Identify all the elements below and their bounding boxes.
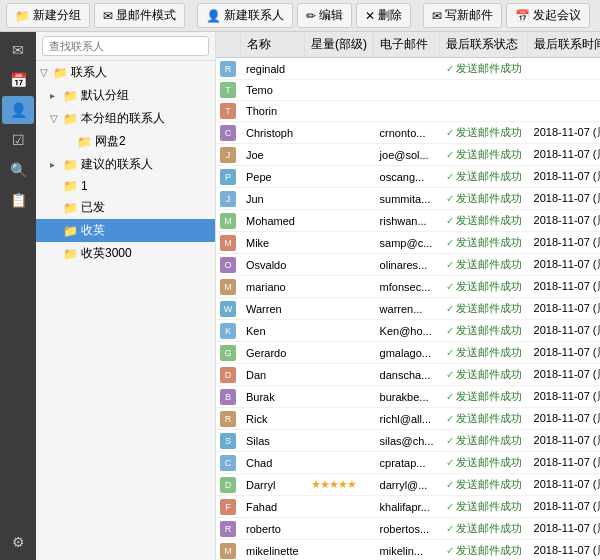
col-email-header[interactable]: 电子邮件	[374, 32, 440, 58]
table-row[interactable]: B Burak burakbe... ✓发送邮件成功 2018-11-07 (周…	[216, 386, 600, 408]
table-row[interactable]: M mariano mfonsec... ✓发送邮件成功 2018-11-07 …	[216, 276, 600, 298]
sidebar-item-selected[interactable]: 📁 收英	[36, 219, 215, 242]
contact-avatar: M	[220, 279, 236, 295]
contact-status: ✓发送邮件成功	[440, 518, 528, 540]
status-badge: ✓发送邮件成功	[446, 411, 522, 426]
table-row[interactable]: M mikelinette mikelin... ✓发送邮件成功 2018-11…	[216, 540, 600, 561]
sidebar-mail-icon[interactable]: ✉	[2, 36, 34, 64]
table-row[interactable]: C Chad cpratap... ✓发送邮件成功 2018-11-07 (周三…	[216, 452, 600, 474]
new-group-button[interactable]: 📁 新建分组	[6, 3, 90, 28]
table-row[interactable]: R Rick richl@all... ✓发送邮件成功 2018-11-07 (…	[216, 408, 600, 430]
status-badge: ✓发送邮件成功	[446, 169, 522, 184]
contact-avatar: D	[220, 367, 236, 383]
table-row[interactable]: M Mohamed rishwan... ✓发送邮件成功 2018-11-07 …	[216, 210, 600, 232]
col-status-header[interactable]: 最后联系状态	[440, 32, 528, 58]
contact-stars	[305, 386, 374, 408]
table-row[interactable]: F Fahad khalifapr... ✓发送邮件成功 2018-11-07 …	[216, 496, 600, 518]
sidebar-settings-icon[interactable]: ⚙	[2, 528, 34, 556]
contact-avatar: O	[220, 257, 236, 273]
table-row[interactable]: M Mike samp@c... ✓发送邮件成功 2018-11-07 (周三)…	[216, 232, 600, 254]
sidebar-item-subgroup[interactable]: ▽ 📁 本分组的联系人	[36, 107, 215, 130]
write-email-button[interactable]: ✉ 写新邮件	[423, 3, 502, 28]
mail-mode-button[interactable]: ✉ 显邮件模式	[94, 3, 185, 28]
contact-stars	[305, 144, 374, 166]
avatar-cell: S	[216, 430, 240, 452]
table-row[interactable]: D Darryl ★★★★★ darryl@... ✓发送邮件成功 2018-1…	[216, 474, 600, 496]
contact-email: danscha...	[374, 364, 440, 386]
contact-table[interactable]: 名称 星量(部级) 电子邮件 最后联系状态 最后联系时间	[216, 32, 600, 560]
table-row[interactable]: G Gerardo gmalago... ✓发送邮件成功 2018-11-07 …	[216, 342, 600, 364]
sidebar: ▽ 📁 联系人 ▸ 📁 默认分组 ▽ 📁 本分组的联系人 📁 网盘2	[36, 32, 216, 560]
contact-time: 2018-11-07 (周三) 22:17	[528, 210, 600, 232]
contact-email: summita...	[374, 188, 440, 210]
delete-icon: ✕	[365, 9, 375, 23]
sidebar-tasks-icon[interactable]: ☑	[2, 126, 34, 154]
table-row[interactable]: J Jun summita... ✓发送邮件成功 2018-11-07 (周三)…	[216, 188, 600, 210]
table-row[interactable]: J Joe joe@sol... ✓发送邮件成功 2018-11-07 (周三)…	[216, 144, 600, 166]
delete-button[interactable]: ✕ 删除	[356, 3, 411, 28]
contact-avatar: M	[220, 543, 236, 559]
contact-status: ✓发送邮件成功	[440, 430, 528, 452]
contact-avatar: J	[220, 191, 236, 207]
sidebar-calendar-icon[interactable]: 📅	[2, 66, 34, 94]
contact-status: ✓发送邮件成功	[440, 298, 528, 320]
status-ok-icon: ✓	[446, 457, 454, 468]
status-badge: ✓发送邮件成功	[446, 521, 522, 536]
sidebar-search-icon[interactable]: 🔍	[2, 156, 34, 184]
contact-stars	[305, 452, 374, 474]
start-meeting-button[interactable]: 📅 发起会议	[506, 3, 590, 28]
table-row[interactable]: K Ken Ken@ho... ✓发送邮件成功 2018-11-07 (周三) …	[216, 320, 600, 342]
table-row[interactable]: O Osvaldo olinares... ✓发送邮件成功 2018-11-07…	[216, 254, 600, 276]
contact-stars	[305, 408, 374, 430]
sidebar-contacts-icon[interactable]: 👤	[2, 96, 34, 124]
table-row[interactable]: R reginald ✓发送邮件成功	[216, 58, 600, 80]
table-row[interactable]: W Warren warren... ✓发送邮件成功 2018-11-07 (周…	[216, 298, 600, 320]
contact-stars	[305, 496, 374, 518]
status-badge: ✓发送邮件成功	[446, 235, 522, 250]
contact-status: ✓发送邮件成功	[440, 386, 528, 408]
new-group-icon: 📁	[15, 9, 30, 23]
contact-time: 2018-11-07 (周三) 22:13	[528, 122, 600, 144]
contact-name: Burak	[240, 386, 305, 408]
status-badge: ✓发送邮件成功	[446, 345, 522, 360]
col-name-header[interactable]: 名称	[240, 32, 305, 58]
status-ok-icon: ✓	[446, 237, 454, 248]
sidebar-notes-icon[interactable]: 📋	[2, 186, 34, 214]
sidebar-item-folder3000[interactable]: 📁 收英3000	[36, 242, 215, 265]
new-contact-icon: 👤	[206, 9, 221, 23]
sidebar-item-folder1[interactable]: 📁 1	[36, 176, 215, 196]
table-row[interactable]: D Dan danscha... ✓发送邮件成功 2018-11-07 (周三)…	[216, 364, 600, 386]
contact-avatar: B	[220, 389, 236, 405]
table-row[interactable]: C Christoph crnonto... ✓发送邮件成功 2018-11-0…	[216, 122, 600, 144]
col-time-header[interactable]: 最后联系时间 △	[528, 32, 600, 58]
contact-email: richl@all...	[374, 408, 440, 430]
contact-name: Silas	[240, 430, 305, 452]
contact-status: ✓发送邮件成功	[440, 122, 528, 144]
contact-avatar: K	[220, 323, 236, 339]
contact-status: ✓发送邮件成功	[440, 188, 528, 210]
new-contact-button[interactable]: 👤 新建联系人	[197, 3, 293, 28]
table-row[interactable]: T Temo	[216, 80, 600, 101]
status-ok-icon: ✓	[446, 193, 454, 204]
status-ok-icon: ✓	[446, 281, 454, 292]
contact-time: 2018-11-07 (周三) 22:28	[528, 364, 600, 386]
status-badge: ✓发送邮件成功	[446, 191, 522, 206]
status-badge: ✓发送邮件成功	[446, 61, 522, 76]
table-row[interactable]: S Silas silas@ch... ✓发送邮件成功 2018-11-07 (…	[216, 430, 600, 452]
sidebar-item-sent[interactable]: 📁 已发	[36, 196, 215, 219]
table-row[interactable]: R roberto robertos... ✓发送邮件成功 2018-11-07…	[216, 518, 600, 540]
status-badge: ✓发送邮件成功	[446, 455, 522, 470]
sidebar-item-default-group[interactable]: ▸ 📁 默认分组	[36, 84, 215, 107]
sidebar-item-cloud2[interactable]: 📁 网盘2	[36, 130, 215, 153]
contact-name: mariano	[240, 276, 305, 298]
col-stars-header[interactable]: 星量(部级)	[305, 32, 374, 58]
table-row[interactable]: T Thorin	[216, 101, 600, 122]
table-row[interactable]: P Pepe oscang... ✓发送邮件成功 2018-11-07 (周三)…	[216, 166, 600, 188]
search-input[interactable]	[42, 36, 209, 56]
sidebar-item-suggested[interactable]: ▸ 📁 建议的联系人	[36, 153, 215, 176]
contact-stars	[305, 320, 374, 342]
edit-button[interactable]: ✏ 编辑	[297, 3, 352, 28]
sidebar-item-contacts[interactable]: ▽ 📁 联系人	[36, 61, 215, 84]
sent-folder-icon: 📁	[63, 201, 78, 215]
search-box	[36, 32, 215, 61]
